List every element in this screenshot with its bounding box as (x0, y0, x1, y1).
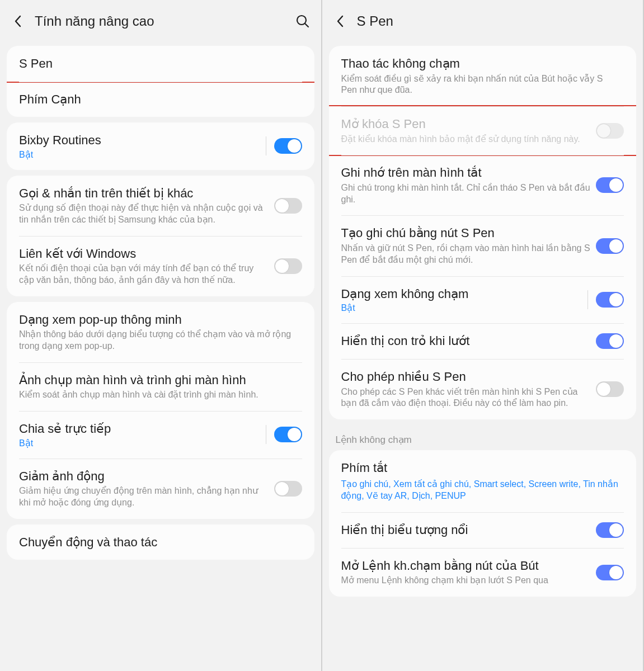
row-screenshot-recorder[interactable]: Ảnh chụp màn hình và trình ghi màn hình … (7, 362, 314, 411)
row-unlock-spen: Mở khóa S Pen Đặt kiểu khóa màn hình bảo… (329, 106, 637, 155)
row-sub: Mở menu Lệnh không chạm khi bạn lướt S P… (341, 575, 591, 587)
row-direct-share[interactable]: Chia sẻ trực tiếp Bật (7, 411, 314, 459)
row-title: Giảm ảnh động (19, 469, 269, 484)
row-create-note-button[interactable]: Tạo ghi chú bằng nút S Pen Nhấn và giữ n… (329, 215, 637, 276)
row-sub: Đặt kiểu khóa màn hình bảo mật để sử dụn… (341, 134, 591, 145)
row-smart-popup[interactable]: Dạng xem pop-up thông minh Nhận thông bá… (7, 302, 314, 362)
row-title: Cho phép nhiều S Pen (341, 369, 591, 385)
left-pane: Tính năng nâng cao S Pen Phím Cạnh Bixby… (0, 0, 322, 671)
separator (266, 425, 266, 444)
toggle-unlock-spen (596, 123, 624, 139)
separator (266, 136, 266, 155)
row-title: Hiển thị biểu tượng nổi (341, 522, 591, 538)
toggle-show-pointer[interactable] (596, 333, 624, 349)
toggle-link-windows[interactable] (274, 258, 302, 274)
card-display: Dạng xem pop-up thông minh Nhận thông bá… (7, 302, 314, 519)
row-title: Gọi & nhắn tin trên thiết bị khác (19, 186, 269, 201)
row-title: Dạng xem pop-up thông minh (19, 312, 297, 328)
header: S Pen (322, 0, 643, 41)
toggle-bixby[interactable] (274, 138, 302, 154)
row-shortcuts[interactable]: Phím tắt Tạo ghi chú, Xem tất cả ghi chú… (329, 450, 637, 512)
back-icon[interactable] (10, 13, 26, 29)
toggle-reduce-motion[interactable] (274, 481, 302, 497)
toggle-air-view[interactable] (596, 292, 624, 308)
row-sub: Nhận thông báo dưới dạng biểu tượng có t… (19, 329, 297, 352)
row-sub: Kiểm soát ảnh chụp màn hình và cài đặt t… (19, 389, 297, 401)
row-status: Bật (19, 438, 252, 448)
row-status: Bật (341, 303, 575, 313)
page-title: Tính năng nâng cao (35, 13, 294, 29)
card-basic: S Pen Phím Cạnh (7, 46, 314, 117)
toggle-screen-off-memo[interactable] (596, 177, 624, 193)
row-title: Mở khóa S Pen (341, 116, 591, 132)
row-multi-spen[interactable]: Cho phép nhiều S Pen Cho phép các S Pen … (329, 359, 637, 419)
toggle-multi-spen[interactable] (596, 381, 624, 397)
row-sub: Sử dụng số điện thoại này để thực hiện v… (19, 202, 269, 226)
row-sub: Giảm hiệu ứng chuyển động trên màn hình,… (19, 485, 269, 509)
separator (587, 290, 588, 309)
row-title: Chuyển động và thao tác (19, 535, 297, 550)
row-sub: Kết nối điện thoại của bạn với máy tính … (19, 263, 269, 286)
page-title: S Pen (357, 13, 633, 29)
card-spen-main: Thao tác không chạm Kiểm soát điều gì sẽ… (329, 46, 637, 419)
row-bixby-routines[interactable]: Bixby Routines Bật (7, 122, 314, 170)
row-floating-icon[interactable]: Hiển thị biểu tượng nổi (329, 512, 637, 548)
row-sub: Nhấn và giữ nút S Pen, rồi chạm vào màn … (341, 243, 591, 266)
back-icon[interactable] (332, 13, 348, 29)
row-title: Hiển thị con trỏ khi lướt (341, 333, 591, 349)
card-connect: Gọi & nhắn tin trên thiết bị khác Sử dụn… (7, 176, 314, 296)
row-title: Bixby Routines (19, 133, 252, 148)
row-spen[interactable]: S Pen (7, 46, 314, 82)
row-edge-key[interactable]: Phím Cạnh (7, 82, 314, 117)
row-title: Phím Cạnh (19, 92, 297, 107)
card-bixby: Bixby Routines Bật (7, 122, 314, 170)
row-shortcuts-list: Tạo ghi chú, Xem tất cả ghi chú, Smart s… (341, 478, 619, 502)
row-title: Ghi nhớ trên màn hình tắt (341, 165, 591, 181)
right-pane: S Pen Thao tác không chạm Kiểm soát điều… (322, 0, 645, 671)
row-title: Thao tác không chạm (341, 56, 619, 72)
search-icon[interactable] (294, 13, 311, 30)
row-status: Bật (19, 149, 252, 160)
row-title: Ảnh chụp màn hình và trình ghi màn hình (19, 372, 297, 388)
row-title: Liên kết với Windows (19, 246, 269, 262)
row-show-pointer[interactable]: Hiển thị con trỏ khi lướt (329, 323, 637, 359)
row-title: Mở Lệnh kh.chạm bằng nút của Bút (341, 558, 591, 574)
row-title: S Pen (19, 56, 297, 72)
row-sub: Ghi chú trong khi màn hình tắt. Chỉ cần … (341, 182, 591, 206)
row-reduce-motion[interactable]: Giảm ảnh động Giảm hiệu ứng chuyển động … (7, 459, 314, 519)
row-title: Tạo ghi chú bằng nút S Pen (341, 225, 591, 241)
toggle-note-button[interactable] (596, 238, 624, 254)
row-link-windows[interactable]: Liên kết với Windows Kết nối điện thoại … (7, 236, 314, 296)
row-open-air-command[interactable]: Mở Lệnh kh.chạm bằng nút của Bút Mở menu… (329, 548, 637, 597)
row-title: Phím tắt (341, 460, 619, 476)
row-screen-off-memo[interactable]: Ghi nhớ trên màn hình tắt Ghi chú trong … (329, 155, 637, 215)
section-label-air-command: Lệnh không chạm (322, 425, 643, 449)
row-motions-gestures[interactable]: Chuyển động và thao tác (7, 524, 314, 560)
toggle-direct-share[interactable] (274, 427, 302, 442)
toggle-floating-icon[interactable] (596, 522, 624, 538)
row-sub: Kiểm soát điều gì sẽ xảy ra khi bạn nhấn… (341, 73, 619, 97)
row-air-actions[interactable]: Thao tác không chạm Kiểm soát điều gì sẽ… (329, 46, 637, 106)
row-air-view[interactable]: Dạng xem không chạm Bật (329, 276, 637, 324)
toggle-call-other[interactable] (274, 198, 302, 214)
row-sub: Cho phép các S Pen khác viết trên màn hì… (341, 386, 591, 410)
card-gesture: Chuyển động và thao tác (7, 524, 314, 560)
card-air-command: Phím tắt Tạo ghi chú, Xem tất cả ghi chú… (329, 450, 637, 597)
row-title: Chia sẻ trực tiếp (19, 421, 252, 437)
row-title: Dạng xem không chạm (341, 286, 575, 302)
header: Tính năng nâng cao (0, 0, 321, 41)
toggle-open-air-command[interactable] (596, 565, 624, 580)
row-call-other-devices[interactable]: Gọi & nhắn tin trên thiết bị khác Sử dụn… (7, 176, 314, 236)
